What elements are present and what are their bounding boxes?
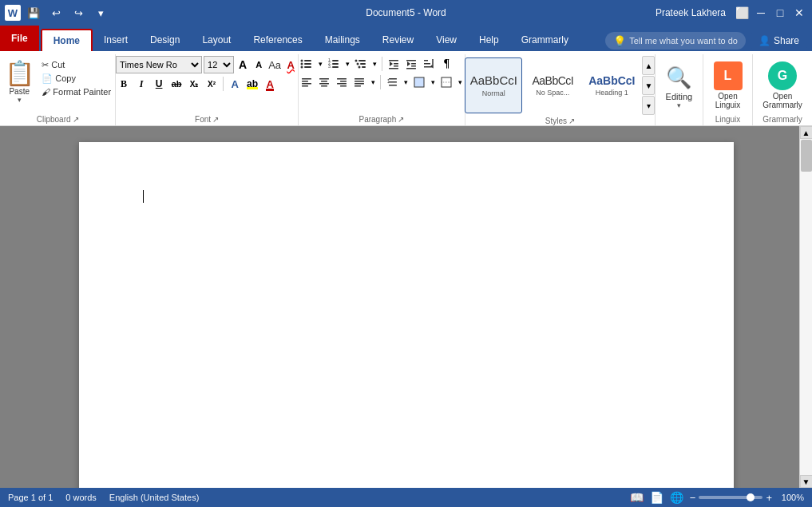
zoom-out-icon[interactable]: − <box>690 492 696 504</box>
copy-button[interactable]: 📄 Copy <box>39 73 113 85</box>
justify-button[interactable] <box>351 74 367 90</box>
change-case-button[interactable]: Aa <box>267 57 282 72</box>
numbering-dropdown[interactable]: ▾ <box>343 56 351 72</box>
line-spacing-button[interactable]: ↕ <box>384 74 400 90</box>
styles-expand-icon[interactable]: ↗ <box>568 117 575 125</box>
text-effects-button[interactable]: A <box>227 76 243 92</box>
line-spacing-dropdown[interactable]: ▾ <box>402 74 410 90</box>
paragraph-expand-icon[interactable]: ↗ <box>398 115 404 124</box>
svg-rect-15 <box>360 63 366 65</box>
style-heading1[interactable]: AaBbCcI Heading 1 <box>583 57 640 113</box>
font-color-button[interactable]: A <box>262 76 278 92</box>
multilevel-dropdown[interactable]: ▾ <box>370 56 378 72</box>
read-mode-button[interactable]: 📖 <box>630 491 644 504</box>
scroll-up-button[interactable]: ▲ <box>800 126 813 139</box>
bold-button[interactable]: B <box>116 76 132 92</box>
minimize-button[interactable]: ─ <box>753 5 769 21</box>
superscript-button[interactable]: X² <box>204 76 220 92</box>
zoom-in-icon[interactable]: + <box>766 492 772 504</box>
text-highlight-button[interactable]: ab <box>244 76 260 92</box>
strikethrough-button[interactable]: ab <box>168 76 184 92</box>
save-button[interactable]: 💾 <box>24 3 43 22</box>
ribbon-display-button[interactable]: ⬜ <box>734 5 750 21</box>
tab-review[interactable]: Review <box>371 29 425 51</box>
document-page[interactable] <box>79 142 734 488</box>
tab-home[interactable]: Home <box>41 29 93 51</box>
show-hide-button[interactable]: ¶ <box>438 56 454 72</box>
vertical-scrollbar[interactable]: ▲ ▼ <box>799 126 812 488</box>
document-area[interactable] <box>0 126 812 488</box>
clear-formatting-button[interactable]: A <box>283 57 298 72</box>
scroll-track[interactable] <box>800 139 813 475</box>
print-layout-button[interactable]: 📄 <box>650 491 663 504</box>
open-linguix-button[interactable]: L Open Linguix <box>707 58 749 113</box>
format-painter-button[interactable]: 🖌 Format Painter <box>39 86 113 97</box>
subscript-button[interactable]: X₂ <box>186 76 202 92</box>
multilevel-button[interactable] <box>353 56 369 72</box>
svg-rect-36 <box>321 81 327 82</box>
zoom-thumb[interactable] <box>747 493 755 501</box>
font-size-increase-button[interactable]: A <box>236 57 250 72</box>
align-right-button[interactable] <box>334 74 350 90</box>
tab-design[interactable]: Design <box>139 29 191 51</box>
border-dropdown[interactable]: ▾ <box>456 74 464 90</box>
align-left-button[interactable] <box>299 74 315 90</box>
font-expand-icon[interactable]: ↗ <box>212 115 219 124</box>
tab-grammarly[interactable]: Grammarly <box>510 29 580 51</box>
cut-button[interactable]: ✂ Cut <box>39 59 113 71</box>
svg-point-0 <box>301 60 303 62</box>
editing-button[interactable]: 🔍 Editing ▾ <box>663 62 696 113</box>
scroll-down-button[interactable]: ▼ <box>800 475 813 488</box>
svg-rect-35 <box>319 78 329 80</box>
web-layout-button[interactable]: 🌐 <box>670 491 683 504</box>
editing-dropdown-icon[interactable]: ▾ <box>677 101 681 109</box>
shading-button[interactable] <box>411 74 427 90</box>
bullets-dropdown[interactable]: ▾ <box>316 56 324 72</box>
border-button[interactable] <box>438 74 454 90</box>
shading-dropdown[interactable]: ▾ <box>429 74 437 90</box>
undo-button[interactable]: ↩ <box>46 3 65 22</box>
style-normal[interactable]: AaBbCcI Normal <box>465 57 522 113</box>
bullets-button[interactable] <box>299 56 315 72</box>
numbering-button[interactable]: 1.2.3. <box>326 56 342 72</box>
maximize-button[interactable]: □ <box>772 5 788 21</box>
paste-dropdown-icon[interactable]: ▾ <box>18 96 22 104</box>
justify-dropdown[interactable]: ▾ <box>369 74 377 90</box>
redo-button[interactable]: ↪ <box>69 3 88 22</box>
font-size-decrease-button[interactable]: A <box>252 57 266 72</box>
close-button[interactable]: ✕ <box>791 5 807 21</box>
status-bar-right: 📖 📄 🌐 − + 100% <box>630 491 804 504</box>
tab-view[interactable]: View <box>425 29 468 51</box>
tab-file[interactable]: File <box>0 26 39 51</box>
tab-mailings[interactable]: Mailings <box>314 29 371 51</box>
italic-button[interactable]: I <box>133 76 149 92</box>
qat-customize-button[interactable]: ▾ <box>91 3 110 22</box>
zoom-slider[interactable] <box>699 496 762 499</box>
clipboard-expand-icon[interactable]: ↗ <box>73 115 79 124</box>
share-button[interactable]: 👤 Share <box>751 33 807 49</box>
paste-button[interactable]: 📋 Paste ▾ <box>2 56 37 105</box>
editing-group: 🔍 Editing ▾ x <box>656 54 703 125</box>
font-size-select[interactable]: 12 <box>204 56 234 73</box>
tab-references[interactable]: References <box>242 29 313 51</box>
svg-rect-37 <box>319 83 329 85</box>
tell-me-input[interactable]: Tell me what you want to do <box>629 36 738 46</box>
linguix-group: L Open Linguix Linguix <box>703 54 753 125</box>
svg-rect-5 <box>304 66 311 68</box>
tab-help[interactable]: Help <box>468 29 510 51</box>
scroll-thumb[interactable] <box>801 140 812 172</box>
decrease-indent-button[interactable] <box>386 56 402 72</box>
tab-layout[interactable]: Layout <box>191 29 242 51</box>
increase-indent-button[interactable] <box>403 56 419 72</box>
open-grammarly-button[interactable]: G Open Grammarly <box>756 58 808 113</box>
styles-scroll-down[interactable]: ▼ <box>642 76 655 95</box>
sort-button[interactable] <box>421 56 437 72</box>
style-no-spacing[interactable]: AaBbCcI No Spac... <box>524 57 581 113</box>
styles-more-button[interactable]: ▾ <box>642 96 655 115</box>
svg-marker-23 <box>407 61 410 66</box>
underline-button[interactable]: U <box>151 76 167 92</box>
styles-scroll-up[interactable]: ▲ <box>642 56 655 75</box>
align-center-button[interactable] <box>316 74 332 90</box>
tab-insert[interactable]: Insert <box>93 29 139 51</box>
font-name-select[interactable]: Times New Ro <box>116 56 202 73</box>
